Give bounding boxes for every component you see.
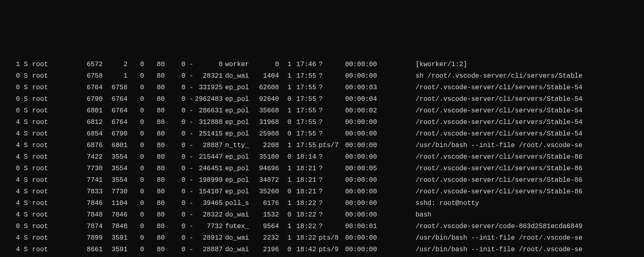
col-sz: 34872 [254,174,279,186]
col-f: 4 [12,140,20,151]
col-time: 00:00:00 [345,128,416,140]
col-ppid: 3554 [103,174,127,186]
process-row: 4 S root774135540800 -198999ep_pol348721… [0,174,644,186]
col-ni: 0 [165,255,185,257]
col-pri: 80 [144,244,165,255]
col-time: 00:00:00 [345,174,416,186]
col-tty: ? [316,255,345,257]
col-c: 0 [127,82,144,93]
col-pid: 6790 [78,93,103,105]
col-rss: 0 [279,128,291,140]
process-row: 0 S root675810800 -28321do_wai1404117:55… [0,70,644,82]
col-sz: 0 [254,59,279,70]
col-tty: ? [316,70,345,82]
col-tty: pts/9 [316,244,345,255]
col-f: 4 [12,198,20,209]
col-uid: root [28,117,78,128]
col-stime: 17:46 [291,59,316,70]
col-tty: ? [316,198,345,209]
col-tty: ? [316,82,345,93]
process-row: 4 S root784878460800 -28322do_wai1532018… [0,209,644,221]
col-pri: 80 [144,59,165,70]
process-row: 4 S root687668010800 -28887n_tty_2208117… [0,140,644,151]
col-time: 00:00:00 [345,255,416,257]
col-pri: 80 [144,221,165,232]
col-tty: ? [316,117,345,128]
col-time: 00:00:00 [345,209,416,221]
col-cmd: sleep 180 [416,255,644,257]
col-c: 0 [127,186,144,198]
col-s: S [20,174,28,186]
col-s: S [20,140,28,151]
process-row: 4 S root784611040800 -39465poll_s6176118… [0,198,644,209]
col-tty: pts/8 [316,232,345,244]
col-ppid: 6764 [103,117,127,128]
col-c: 0 [127,117,144,128]
col-stime: 18:22 [291,209,316,221]
terminal-process-list: 1 S root657220800 -0worker0117:46?00:00:… [0,58,644,257]
col-f: 1 [12,59,20,70]
col-addr: 27014 [194,255,223,257]
col-stime: 17:55 [291,128,316,140]
col-c: 0 [127,163,144,174]
col-addr: 28321 [194,70,223,82]
col-f: 4 [12,117,20,128]
process-row: 4 S root742235540800 -215447ep_pol351800… [0,151,644,163]
col-pri: 80 [144,174,165,186]
col-cmd: /root/.vscode-server/cli/servers/Stable-… [416,82,644,93]
col-sz: 6176 [254,198,279,209]
col-wchan: worker [223,59,254,70]
col-pri: 80 [144,163,165,174]
col-c: 0 [127,128,144,140]
col-cmd: /usr/bin/bash --init-file /root/.vscode-… [416,244,644,255]
col-c: 0 [127,209,144,221]
col-c: 0 [127,198,144,209]
col-pri: 80 [144,117,165,128]
col-uid: root [28,244,78,255]
col-ni: 0 [165,59,185,70]
col-c: 0 [127,151,144,163]
col-dash: - [185,128,194,140]
col-f: 4 [12,244,20,255]
col-ni: 0 [165,70,185,82]
process-row: 4 S root789935910800 -28912do_wai2232118… [0,232,644,244]
col-stime: 18:22 [291,198,316,209]
col-stime: 18:21 [291,174,316,186]
col-f: 4 [12,232,20,244]
col-pid: 6758 [78,70,103,82]
col-sz: 2196 [254,244,279,255]
col-s: S [20,244,28,255]
col-stime: 18:21 [291,163,316,174]
col-pid: 7848 [78,209,103,221]
col-addr: 312888 [194,117,223,128]
col-sz: 35668 [254,105,279,117]
col-c: 0 [127,140,144,151]
col-rss: 0 [279,255,291,257]
col-pid: 6764 [78,82,103,93]
col-dash: - [185,232,194,244]
col-time: 00:00:00 [345,117,416,128]
col-pri: 80 [144,255,165,257]
process-row: 4 S root866135910800 -28887do_wai2196018… [0,244,644,255]
col-uid: root [28,140,78,151]
col-cmd: [kworker/1:2] [416,59,644,70]
col-addr: 0 [194,59,223,70]
col-ni: 0 [165,93,185,105]
col-rss: 1 [279,70,291,82]
col-f: 4 [12,186,20,198]
col-wchan: ep_pol [223,117,254,128]
col-wchan: do_wai [223,209,254,221]
col-addr: 251415 [194,128,223,140]
col-time: 00:00:00 [345,70,416,82]
col-s: S [20,163,28,174]
col-pri: 80 [144,198,165,209]
col-addr: 2962483 [194,93,223,105]
col-stime: 17:55 [291,140,316,151]
col-pri: 80 [144,105,165,117]
col-s: S [20,105,28,117]
col-rss: 1 [279,140,291,151]
col-tty: ? [316,105,345,117]
col-sz: 92640 [254,93,279,105]
col-dash: - [185,105,194,117]
col-rss: 1 [279,221,291,232]
